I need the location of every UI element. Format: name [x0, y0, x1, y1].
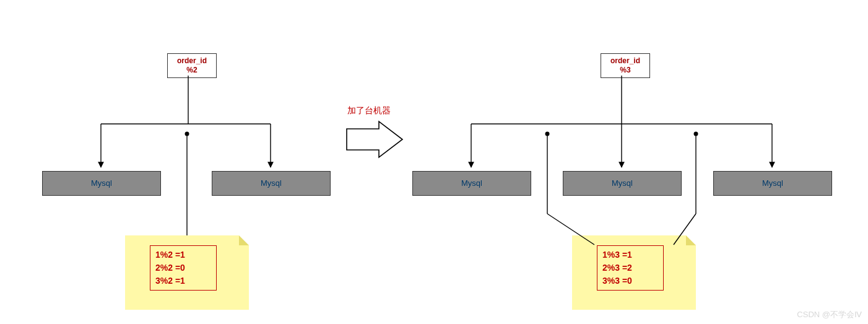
note-right: 1%3 =1 2%3 =2 3%3 =0	[572, 235, 696, 310]
mysql-box-right-0: Mysql	[412, 171, 531, 196]
order-id-box-right: order_id %3	[601, 53, 650, 78]
mysql-box-right-2: Mysql	[713, 171, 832, 196]
transition-label: 加了台机器	[347, 105, 391, 116]
mysql-box-right-1: Mysql	[563, 171, 682, 196]
order-id-label: order_id	[171, 56, 212, 66]
order-id-label-right: order_id	[605, 56, 646, 66]
watermark: CSDN @不学会Ⅳ	[797, 309, 862, 320]
mysql-box-left-0: Mysql	[42, 171, 161, 196]
note-left-line-1: 2%2 =0	[155, 261, 211, 274]
note-right-line-0: 1%3 =1	[602, 248, 658, 261]
svg-point-4	[185, 132, 189, 136]
order-id-mod: %2	[171, 66, 212, 75]
note-right-line-2: 3%3 =0	[602, 274, 658, 287]
note-left: 1%2 =1 2%2 =0 3%2 =1	[125, 235, 249, 310]
order-id-box-left: order_id %2	[167, 53, 217, 78]
mysql-box-left-1: Mysql	[212, 171, 331, 196]
transition-arrow-icon	[347, 121, 402, 157]
note-left-inner: 1%2 =1 2%2 =0 3%2 =1	[150, 245, 217, 291]
note-left-line-2: 3%2 =1	[155, 274, 211, 287]
note-right-line-1: 2%3 =2	[602, 261, 658, 274]
svg-point-14	[694, 132, 698, 136]
note-left-line-0: 1%2 =1	[155, 248, 211, 261]
svg-point-11	[545, 132, 550, 136]
note-right-inner: 1%3 =1 2%3 =2 3%3 =0	[597, 245, 664, 291]
order-id-mod-right: %3	[605, 66, 646, 75]
